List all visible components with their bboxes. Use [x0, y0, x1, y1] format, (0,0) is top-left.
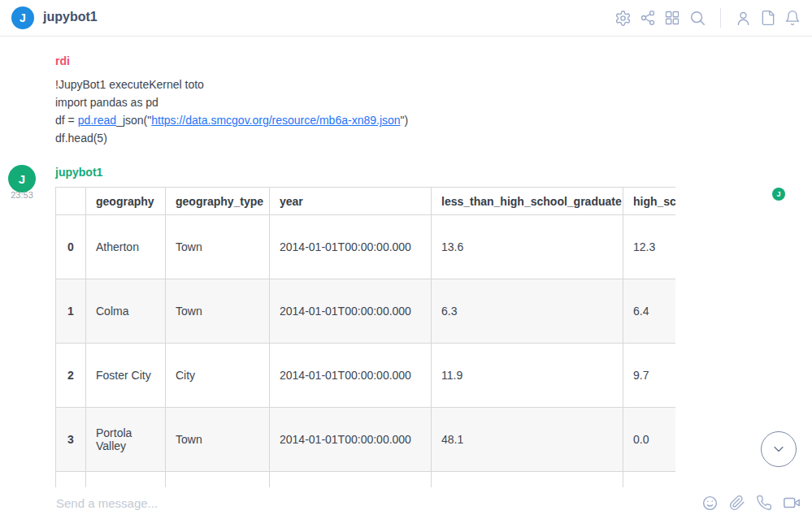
channel-title: jupybot1 [43, 10, 98, 24]
table-cell: Town [166, 215, 270, 279]
bot-avatar[interactable]: J [8, 165, 36, 192]
dataframe-table-container: geographygeography_typeyearless_than_hig… [55, 187, 675, 487]
message-line: df = pd.read_json("https://data.smcgov.o… [55, 111, 408, 129]
table-header-cell: geography_type [166, 188, 270, 215]
search-icon [688, 9, 706, 27]
message-composer [0, 487, 812, 519]
emoji-icon [701, 495, 719, 512]
table-header-cell: less_than_high_school_graduate [432, 188, 623, 215]
code-text: df = [55, 114, 78, 127]
message-author[interactable]: jupybot1 [55, 166, 102, 179]
call-button[interactable] [756, 495, 772, 511]
table-cell: Town [166, 408, 270, 472]
table-cell: Town [166, 279, 270, 344]
table-cell: 2014-01-01T00:00:00.000 [270, 344, 432, 408]
table-cell: 6.4 [623, 279, 676, 344]
table-row: 3Portola ValleyTown2014-01-01T00:00:00.0… [56, 408, 676, 472]
table-cell [623, 472, 676, 488]
table-header-cell: high_school_graduate [623, 188, 676, 215]
table-cell: Colma [86, 279, 166, 344]
table-cell [86, 472, 166, 488]
header-toolbar [614, 0, 801, 36]
message-line: import pandas as pd [55, 93, 408, 111]
video-call-button[interactable] [783, 494, 801, 512]
table-cell: 1 [56, 279, 86, 344]
settings-button[interactable] [614, 10, 632, 27]
table-row [56, 472, 676, 488]
message-line: !JupyBot1 executeKernel toto [55, 76, 408, 93]
jump-to-recent-button[interactable] [761, 431, 797, 467]
notifications-button[interactable] [784, 10, 801, 26]
user-icon [735, 10, 752, 27]
channel-header: J jupybot1 [0, 0, 812, 37]
bell-icon [784, 10, 801, 26]
search-button[interactable] [688, 9, 706, 27]
table-cell: 48.1 [432, 408, 623, 472]
message-timestamp: 23:53 [8, 190, 36, 200]
table-cell: City [166, 344, 270, 408]
table-cell: 13.6 [432, 215, 623, 279]
avatar[interactable] [8, 490, 33, 514]
table-cell [432, 472, 623, 488]
table-cell: 2014-01-01T00:00:00.000 [270, 408, 432, 472]
table-cell: 0.0 [623, 408, 676, 472]
table-row: 0AthertonTown2014-01-01T00:00:00.00013.6… [56, 215, 676, 279]
apps-grid-icon [664, 10, 680, 26]
link-pd-read[interactable]: pd.read [78, 114, 116, 127]
toolbar-divider [720, 8, 721, 28]
table-header-cell [56, 188, 86, 215]
avatar[interactable] [8, 50, 37, 80]
table-cell: 9.7 [623, 344, 676, 408]
table-cell: 6.3 [432, 279, 623, 344]
table-row: 2Foster CityCity2014-01-01T00:00:00.0001… [56, 344, 676, 408]
table-cell: Foster City [86, 344, 166, 408]
thread-badge: J [772, 188, 785, 201]
table-cell: 0 [56, 215, 86, 279]
table-row: 1ColmaTown2014-01-01T00:00:00.0006.36.4 [56, 279, 676, 344]
channel-avatar[interactable]: J [11, 6, 34, 29]
emoji-button[interactable] [701, 495, 719, 512]
table-cell: 2014-01-01T00:00:00.000 [270, 279, 432, 344]
table-cell: 11.9 [432, 344, 623, 408]
table-header-cell: geography [86, 188, 166, 215]
members-button[interactable] [735, 10, 752, 27]
chevron-down-icon [771, 441, 787, 457]
message-line: df.head(5) [55, 129, 408, 147]
message-author[interactable]: rdi [55, 54, 70, 67]
message-list: rdi !JupyBot1 executeKernel toto import … [0, 37, 812, 487]
code-text: ") [401, 114, 409, 127]
code-text: _json(" [116, 114, 151, 127]
dataframe-table: geographygeography_typeyearless_than_hig… [55, 187, 675, 487]
share-button[interactable] [640, 10, 656, 26]
apps-button[interactable] [664, 10, 680, 26]
share-icon [640, 10, 656, 26]
composer-actions [701, 487, 801, 518]
table-cell [270, 472, 432, 488]
table-cell: 2014-01-01T00:00:00.000 [270, 215, 432, 279]
video-icon [783, 494, 801, 512]
table-cell: Atherton [86, 215, 166, 279]
paperclip-icon [729, 495, 745, 511]
table-cell [166, 472, 270, 488]
message-body: !JupyBot1 executeKernel toto import pand… [55, 76, 408, 147]
table-cell: 3 [56, 408, 86, 472]
files-button[interactable] [760, 10, 776, 26]
table-cell: Portola Valley [86, 408, 166, 472]
message-input[interactable] [56, 487, 641, 518]
table-cell [56, 472, 86, 488]
table-header-cell: year [270, 188, 432, 215]
file-icon [760, 10, 776, 26]
link-dataset-url[interactable]: https://data.smcgov.org/resource/mb6a-xn… [151, 114, 400, 127]
gear-icon [614, 10, 632, 27]
table-cell: 2 [56, 344, 86, 408]
phone-icon [756, 495, 772, 511]
attach-button[interactable] [729, 495, 745, 511]
table-cell: 12.3 [623, 215, 676, 279]
chat-app-window: J jupybot1 [0, 0, 812, 519]
